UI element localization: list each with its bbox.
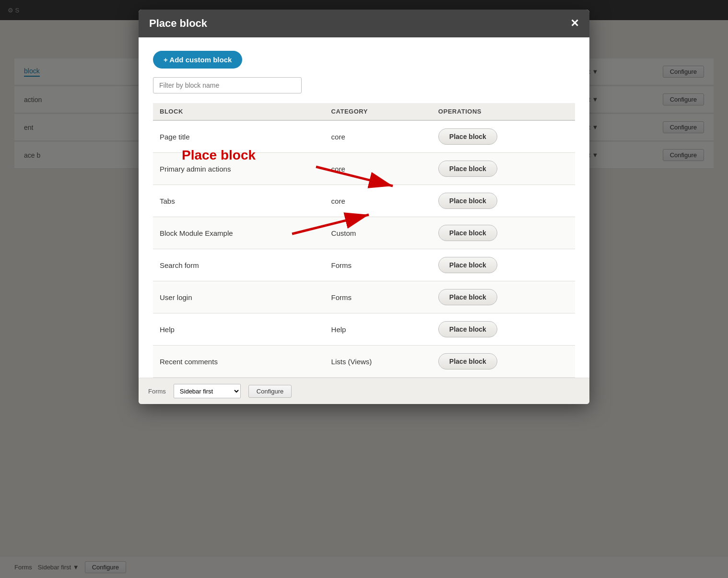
- block-name-3: Block Module Example: [153, 217, 325, 249]
- col-header-operations: OPERATIONS: [432, 103, 575, 120]
- place-block-btn-1[interactable]: Place block: [438, 161, 497, 177]
- block-category-4: Forms: [325, 249, 432, 281]
- place-block-btn-5[interactable]: Place block: [438, 289, 497, 305]
- footer-region-select[interactable]: Sidebar first: [174, 384, 241, 398]
- block-name-2: Tabs: [153, 185, 325, 217]
- block-category-0: core: [325, 120, 432, 153]
- block-category-1: core: [325, 153, 432, 185]
- block-category-7: Lists (Views): [325, 346, 432, 378]
- block-table: BLOCK CATEGORY OPERATIONS Page titlecore…: [153, 103, 575, 378]
- modal-body: + Add custom block BLOCK CATEGORY OPERAT…: [139, 37, 589, 378]
- place-block-btn-2[interactable]: Place block: [438, 193, 497, 209]
- filter-input[interactable]: [153, 77, 302, 93]
- block-name-1: Primary admin actions: [153, 153, 325, 185]
- block-name-7: Recent comments: [153, 346, 325, 378]
- table-row: TabscorePlace block: [153, 185, 575, 217]
- table-row: Block Module ExampleCustomPlace block: [153, 217, 575, 249]
- block-ops-6: Place block: [432, 313, 575, 346]
- table-row: Primary admin actionscorePlace block: [153, 153, 575, 185]
- place-block-btn-0[interactable]: Place block: [438, 128, 497, 145]
- table-row: User loginFormsPlace block: [153, 281, 575, 313]
- modal-header: Place block ✕: [139, 10, 589, 37]
- block-ops-7: Place block: [432, 346, 575, 378]
- block-name-4: Search form: [153, 249, 325, 281]
- block-ops-0: Place block: [432, 120, 575, 153]
- modal-close-button[interactable]: ✕: [570, 18, 579, 29]
- block-name-6: Help: [153, 313, 325, 346]
- table-header: BLOCK CATEGORY OPERATIONS: [153, 103, 575, 120]
- block-category-3: Custom: [325, 217, 432, 249]
- place-block-btn-4[interactable]: Place block: [438, 257, 497, 273]
- block-ops-1: Place block: [432, 153, 575, 185]
- modal-title: Place block: [149, 17, 207, 30]
- footer-label: Forms: [148, 388, 166, 395]
- table-body: Page titlecorePlace blockPrimary admin a…: [153, 120, 575, 378]
- block-category-2: core: [325, 185, 432, 217]
- block-category-5: Forms: [325, 281, 432, 313]
- place-block-btn-6[interactable]: Place block: [438, 321, 497, 337]
- block-name-0: Page title: [153, 120, 325, 153]
- table-row: Recent commentsLists (Views)Place block: [153, 346, 575, 378]
- block-ops-4: Place block: [432, 249, 575, 281]
- modal-overlay: Place block ✕ + Add custom block BLOCK C…: [0, 0, 728, 578]
- block-ops-2: Place block: [432, 185, 575, 217]
- modal-footer: Forms Sidebar first Configure: [139, 378, 589, 404]
- table-row: Page titlecorePlace block: [153, 120, 575, 153]
- footer-configure-button[interactable]: Configure: [248, 385, 292, 398]
- col-header-category: CATEGORY: [325, 103, 432, 120]
- place-block-btn-7[interactable]: Place block: [438, 353, 497, 370]
- block-ops-3: Place block: [432, 217, 575, 249]
- block-name-5: User login: [153, 281, 325, 313]
- block-category-6: Help: [325, 313, 432, 346]
- table-row: HelpHelpPlace block: [153, 313, 575, 346]
- table-row: Search formFormsPlace block: [153, 249, 575, 281]
- add-custom-block-button[interactable]: + Add custom block: [153, 51, 242, 69]
- place-block-modal: Place block ✕ + Add custom block BLOCK C…: [139, 10, 589, 404]
- place-block-btn-3[interactable]: Place block: [438, 225, 497, 241]
- col-header-block: BLOCK: [153, 103, 325, 120]
- block-ops-5: Place block: [432, 281, 575, 313]
